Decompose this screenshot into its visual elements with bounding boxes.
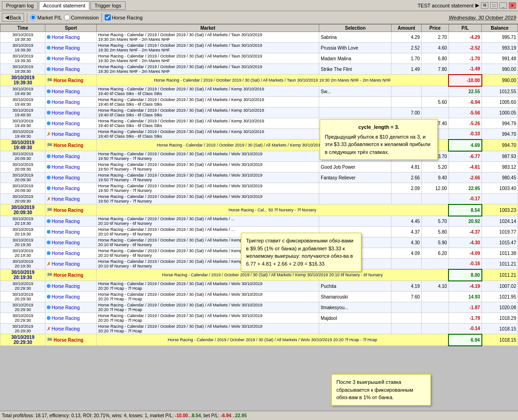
arrow-icon: ▶: [475, 2, 479, 8]
cell-market: Horse Racing - Calendar / 2019 / October…: [96, 97, 319, 108]
cell-market: Horse Racing - Calendar / 2019 / October…: [96, 43, 319, 53]
window-restore-button[interactable]: ⧉: [481, 2, 488, 9]
x-icon: ✗: [47, 261, 51, 267]
cell-time: 30/10/2019 20:09:30: [0, 172, 45, 183]
cell-time: 30/10/2019 20:29:30: [0, 302, 45, 313]
table-row[interactable]: 30/10/2019 20:29:30Horse RacingHorse Rac…: [0, 313, 518, 324]
tooltip-trigger: Триггер ставит с фиксированными обяз-вам…: [241, 233, 361, 272]
cell-balance: 1012.55: [482, 86, 518, 97]
cell-pl: -4.29: [449, 32, 481, 43]
table-row[interactable]: 30/10/2019 19:49:30Horse RacingHorse Rac…: [0, 118, 518, 129]
cell-market: Horse Racing - Calendar / 2019 / October…: [96, 183, 319, 194]
cell-amount: 4.09: [392, 248, 422, 259]
cell-pl: -5.26: [449, 118, 481, 129]
cell-pl: -1.87: [449, 302, 481, 313]
cell-balance: 991.48: [482, 53, 518, 64]
cell-sport: Horse Racing: [45, 118, 96, 129]
cell-sport: Horse Racing: [45, 292, 96, 302]
cell-sport: ✗Horse Racing: [45, 324, 96, 334]
table-row[interactable]: 30/10/2019 19:39:30Horse RacingHorse Rac…: [0, 43, 518, 53]
tab-account-statement[interactable]: Account statement: [39, 1, 89, 10]
cell-balance: 1018.15: [482, 334, 518, 346]
cell-amount: [392, 259, 422, 269]
table-row[interactable]: 30/10/2019 19:39:30Horse RacingHorse Rac…: [0, 32, 518, 43]
tab-trigger-logs[interactable]: Trigger logs: [90, 1, 126, 10]
table-row[interactable]: 30/10/2019 20:09:30🏁Horse RacingHorse Ra…: [0, 204, 518, 216]
cell-market: Horse Racing - Calendar / 2019 / October…: [96, 86, 319, 97]
cell-sport: Horse Racing: [45, 151, 96, 162]
table-row[interactable]: 30/10/2019 20:19:30Horse RacingHorse Rac…: [0, 216, 518, 227]
cell-balance: 1018.29: [482, 313, 518, 324]
cell-sport: Horse Racing: [45, 227, 96, 237]
header-sport: Sport: [45, 25, 96, 32]
table-container[interactable]: Time Sport Market Selection Amount Price…: [0, 24, 518, 404]
cell-time: 30/10/2019 19:49:30: [0, 129, 45, 140]
window-close-button[interactable]: ✕: [509, 2, 516, 9]
cell-sport: Horse Racing: [45, 97, 96, 108]
tooltip-1-title: cycle_length = 3.: [325, 123, 433, 131]
dot-icon: [47, 251, 51, 255]
table-row[interactable]: 30/10/2019 19:49:30🏁Horse RacingHorse Ra…: [0, 140, 518, 151]
window-maximize-button[interactable]: □: [490, 2, 498, 9]
cell-amount: 4.30: [392, 237, 422, 248]
horse-racing-toggle[interactable]: Horse Racing: [105, 14, 143, 20]
table-row[interactable]: 30/10/2019 20:09:30Horse RacingHorse Rac…: [0, 162, 518, 172]
cell-market: Horse Racing - Calendar / 2019 / October…: [96, 118, 319, 129]
table-row[interactable]: 30/10/2019 20:09:30Horse RacingHorse Rac…: [0, 183, 518, 194]
cell-balance: 994.70: [482, 140, 518, 151]
commission-toggle[interactable]: Commission: [64, 14, 99, 20]
table-row[interactable]: 30/10/2019 20:29:30Horse RacingHorse Rac…: [0, 281, 518, 292]
table-row[interactable]: 30/10/2019 20:29:30Horse RacingHorse Rac…: [0, 302, 518, 313]
table-row[interactable]: 30/10/2019 19:39:30Horse RacingHorse Rac…: [0, 53, 518, 64]
cell-balance: 994.70: [482, 129, 518, 140]
tooltip-3-body: После 3 выигрышей ставка сбрасывается к …: [336, 378, 426, 401]
cell-balance: 995.71: [482, 32, 518, 43]
status-text: Total profit/loss: 18.17, efficiency: 0.…: [2, 413, 246, 418]
cell-market: Horse Racing - Calendar / 2019 / October…: [96, 334, 449, 346]
table-row[interactable]: 30/10/2019 20:09:30Horse RacingHorse Rac…: [0, 172, 518, 183]
cell-balance: 1011.21: [482, 269, 518, 281]
table-row[interactable]: 30/10/2019 19:49:30Horse RacingHorse Rac…: [0, 86, 518, 97]
cell-price: [422, 108, 449, 118]
cell-time: 30/10/2019 19:49:30: [0, 97, 45, 108]
window-minimize-button[interactable]: _: [499, 2, 507, 9]
toolbar: ◀ Back Market P/L Commission Horse Racin…: [0, 11, 518, 24]
table-row[interactable]: 30/10/2019 20:29:30Horse RacingHorse Rac…: [0, 292, 518, 302]
dot-icon: [47, 121, 51, 125]
cell-price: 5.90: [422, 237, 449, 248]
table-row[interactable]: 30/10/2019 19:49:30✗Horse RacingHorse Ra…: [0, 129, 518, 140]
cell-market: Horse Racing - Calendar / 2019 / October…: [96, 129, 319, 140]
cell-balance: 1011.38: [482, 248, 518, 259]
cell-pl: -6.77: [449, 151, 481, 162]
tab-program-log[interactable]: Program log: [2, 1, 38, 10]
table-row[interactable]: 30/10/2019 20:09:30✗Horse RacingHorse Ra…: [0, 194, 518, 204]
cell-selection: [319, 97, 392, 108]
toolbar-separator: [27, 13, 27, 22]
cell-market: Horse Racing - Calendar / 2019 / October…: [96, 281, 319, 292]
header-amount: Amount: [392, 25, 422, 32]
cell-pl: -4.19: [449, 281, 481, 292]
cell-balance: 1020.08: [482, 302, 518, 313]
cell-time: 30/10/2019 20:29:30: [0, 324, 45, 334]
table-row[interactable]: 30/10/2019 20:29:30✗Horse RacingHorse Ra…: [0, 324, 518, 334]
table-row[interactable]: 30/10/2019 20:29:30🏁Horse RacingHorse Ra…: [0, 334, 518, 346]
cell-market: Horse Racing - Cal... 50 7f Nursery - 7f…: [96, 204, 449, 216]
cell-amount: [392, 194, 422, 204]
cell-balance: 987.93: [482, 151, 518, 162]
cell-market: Horse Racing - Calendar / 2019 / October…: [96, 216, 319, 227]
cell-balance: 1021.95: [482, 292, 518, 302]
table-row[interactable]: 30/10/2019 20:09:30Horse RacingHorse Rac…: [0, 151, 518, 162]
table-row[interactable]: 30/10/2019 19:39:30Horse RacingHorse Rac…: [0, 64, 518, 75]
table-row[interactable]: 30/10/2019 19:49:30Horse RacingHorse Rac…: [0, 97, 518, 108]
table-row[interactable]: 30/10/2019 19:49:30Horse RacingHorse Rac…: [0, 108, 518, 118]
cell-sport: Horse Racing: [45, 313, 96, 324]
market-pl-toggle[interactable]: Market P/L: [30, 14, 62, 20]
cell-pl: -5.56: [449, 108, 481, 118]
dot-icon: [47, 100, 51, 104]
table-row[interactable]: 30/10/2019 19:39:30🏁Horse RacingHorse Ra…: [0, 75, 518, 86]
cell-pl: -6.94: [449, 97, 481, 108]
cell-market: Horse Racing - Calendar / 2019 / October…: [96, 172, 319, 183]
header-time: Time: [0, 25, 45, 32]
cell-price: 5.80: [422, 227, 449, 237]
back-button[interactable]: ◀ Back: [2, 13, 24, 22]
